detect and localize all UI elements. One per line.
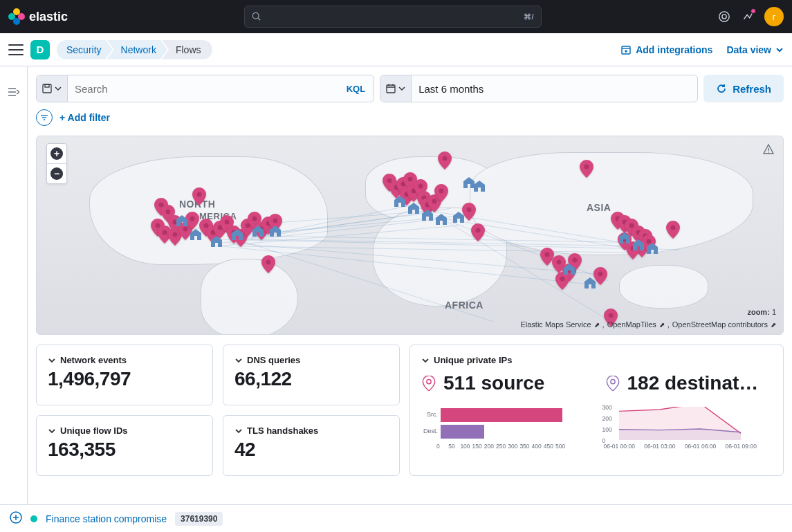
add-timeline-icon[interactable] <box>10 511 22 526</box>
destination-building-icon[interactable] <box>210 235 223 247</box>
breadcrumb-security[interactable]: Security <box>57 40 113 59</box>
svg-point-0 <box>252 12 259 19</box>
breadcrumb-bar: D Security Network Flows Add integration… <box>0 33 792 66</box>
svg-point-85 <box>598 272 603 277</box>
svg-point-89 <box>768 152 769 153</box>
source-pin-icon[interactable] <box>192 187 206 205</box>
query-language-toggle[interactable]: KQL <box>338 75 374 102</box>
kql-search-input[interactable] <box>68 75 338 102</box>
newsfeed-icon[interactable] <box>741 10 755 24</box>
query-input-group: KQL <box>36 75 374 102</box>
calendar-icon <box>386 84 396 93</box>
source-pin-icon[interactable] <box>434 184 448 202</box>
user-avatar[interactable]: r <box>764 7 784 26</box>
stat-network-events[interactable]: Network events 1,496,797 <box>36 345 213 405</box>
saved-query-button[interactable] <box>37 75 68 102</box>
map-zoom-controls: + − <box>46 143 67 184</box>
global-search-input[interactable]: ⌘/ <box>244 6 542 28</box>
destination-building-icon[interactable] <box>434 212 448 225</box>
destination-building-icon[interactable] <box>189 228 203 240</box>
svg-rect-9 <box>45 84 49 87</box>
svg-point-43 <box>197 192 202 197</box>
svg-point-91 <box>610 380 614 384</box>
map-attribution: Elastic Maps Service⬈, OpenMapTiles⬈, Op… <box>520 320 776 329</box>
source-pin-icon[interactable] <box>438 152 452 169</box>
destination-building-icon[interactable] <box>407 201 421 214</box>
brand-logo[interactable]: elastic <box>8 8 68 25</box>
chevron-down-icon <box>398 85 405 92</box>
date-range-display[interactable]: Last 6 months <box>412 75 697 102</box>
add-integrations-link[interactable]: Add integrations <box>620 44 712 55</box>
destination-building-icon[interactable] <box>268 224 282 237</box>
warning-icon[interactable] <box>762 143 775 158</box>
stat-value: 163,355 <box>48 439 201 461</box>
stat-tls-handshakes[interactable]: TLS handshakes 42 <box>223 415 400 476</box>
destination-building-icon[interactable] <box>251 224 265 237</box>
breadcrumb: Security Network Flows <box>57 40 212 59</box>
chevron-down-icon <box>55 85 62 92</box>
svg-point-2 <box>719 12 729 21</box>
chevron-down-icon <box>48 427 56 435</box>
data-view-selector[interactable]: Data view <box>726 44 784 55</box>
space-selector[interactable]: D <box>30 40 50 59</box>
breadcrumb-flows: Flows <box>162 40 212 59</box>
stat-unique-flow-ids[interactable]: Unique flow IDs 163,355 <box>36 415 213 476</box>
add-filter-button[interactable]: + Add filter <box>59 112 110 123</box>
chevron-down-icon <box>234 427 243 435</box>
svg-point-3 <box>722 15 726 19</box>
destination-building-icon[interactable] <box>632 238 645 250</box>
destination-building-icon[interactable] <box>393 194 407 207</box>
source-pin-icon[interactable] <box>580 160 593 178</box>
destination-building-icon[interactable] <box>421 208 434 221</box>
pin-icon <box>605 376 620 391</box>
date-quick-select[interactable] <box>380 75 412 102</box>
destination-building-icon[interactable] <box>562 262 576 275</box>
global-header: elastic ⌘/ r <box>0 0 792 33</box>
svg-point-36 <box>166 210 171 214</box>
source-pin-icon[interactable] <box>261 255 275 273</box>
chevron-down-icon <box>775 46 784 54</box>
destination-building-icon[interactable] <box>645 241 659 254</box>
svg-rect-8 <box>43 84 51 93</box>
zoom-out-button[interactable]: − <box>47 164 66 183</box>
disk-icon <box>42 84 52 93</box>
stat-dns-queries[interactable]: DNS queries 66,122 <box>223 345 400 405</box>
expand-sidebar-icon[interactable] <box>8 87 19 99</box>
stat-unique-private-ips[interactable]: Unique private IPs 511 source 182 destin… <box>409 345 784 476</box>
refresh-button[interactable]: Refresh <box>703 75 784 102</box>
package-icon <box>620 44 632 55</box>
ip-source-stat: 511 source <box>421 372 589 394</box>
stat-value: 1,496,797 <box>48 368 201 390</box>
ip-line-chart: 010020030006-01 00:0006-01 03:0006-01 06… <box>602 407 773 455</box>
svg-point-67 <box>443 156 448 161</box>
destination-building-icon[interactable] <box>230 228 244 240</box>
svg-point-54 <box>273 219 278 223</box>
svg-point-47 <box>225 220 230 225</box>
svg-point-90 <box>427 380 431 384</box>
timeline-count-badge: 37619390 <box>175 512 223 526</box>
svg-point-55 <box>266 260 271 265</box>
timeline-name-link[interactable]: Finance station compromise <box>46 513 167 524</box>
source-pin-icon[interactable] <box>471 223 485 241</box>
svg-point-40 <box>173 232 178 237</box>
collapsed-sidebar <box>0 66 28 504</box>
timeline-bar: Finance station compromise 37619390 <box>0 504 792 532</box>
zoom-in-button[interactable]: + <box>47 144 66 163</box>
breadcrumb-network[interactable]: Network <box>107 40 167 59</box>
nav-toggle-icon[interactable] <box>8 44 24 55</box>
svg-point-51 <box>252 217 257 221</box>
destination-building-icon[interactable] <box>175 214 189 226</box>
source-pin-icon[interactable] <box>666 221 680 239</box>
network-map[interactable]: NORTH MERICA ASIA AFRICA <box>36 136 784 335</box>
brand-text: elastic <box>29 10 68 24</box>
svg-point-84 <box>560 277 565 282</box>
ip-bar-chart: Src.Dest.050100150200250300350400450500 <box>421 407 591 455</box>
destination-building-icon[interactable] <box>452 210 466 223</box>
svg-point-80 <box>545 253 550 257</box>
destination-building-icon[interactable] <box>583 276 597 288</box>
help-icon[interactable] <box>717 10 731 24</box>
destination-building-icon[interactable] <box>472 179 486 192</box>
elastic-cluster-icon <box>8 8 25 25</box>
destination-building-icon[interactable] <box>618 231 632 244</box>
filter-options-icon[interactable] <box>36 109 53 126</box>
